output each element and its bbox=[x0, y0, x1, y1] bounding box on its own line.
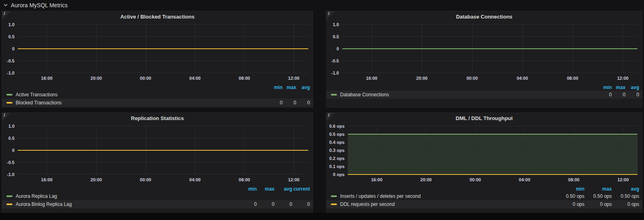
panel-title[interactable]: DML / DDL Throughput bbox=[338, 115, 630, 121]
info-glyph: i bbox=[328, 112, 329, 118]
legend-series-label[interactable]: Database Connections bbox=[340, 92, 389, 98]
plot-area[interactable]: 1.00.50-0.5-1.016:0020:0000:0004:0008:00… bbox=[18, 126, 308, 174]
legend-swatch-icon[interactable] bbox=[6, 94, 12, 95]
legend-stat-value: 0 bbox=[269, 100, 283, 106]
info-glyph: i bbox=[3, 11, 5, 16]
legend-stat-header[interactable]: avg bbox=[625, 85, 639, 90]
legend-series-label[interactable]: DDL requests per second bbox=[340, 201, 395, 207]
y-tick-label: 0 bbox=[336, 46, 339, 51]
info-glyph: i bbox=[328, 11, 329, 16]
legend-swatch-icon[interactable] bbox=[331, 195, 337, 197]
legend-stat-header[interactable]: max bbox=[283, 85, 296, 90]
gridline-h bbox=[342, 24, 638, 25]
row-header-aurora-mysql-metrics[interactable]: Aurora MySQL Metrics bbox=[0, 0, 644, 10]
y-tick-label: 1.0 bbox=[333, 22, 339, 27]
series-line-1 bbox=[18, 150, 308, 151]
legend-stat-value: 0 bbox=[283, 100, 296, 106]
panel-title[interactable]: Database Connections bbox=[338, 14, 630, 20]
legend-stat-value: 0 bbox=[598, 92, 612, 98]
y-tick-label: 0.5 bbox=[333, 34, 339, 39]
x-tick-label: 08:00 bbox=[568, 177, 580, 182]
legend-series-label[interactable]: Active Transactions bbox=[16, 92, 58, 98]
legend-series-label[interactable]: Blocked Transactions bbox=[16, 100, 62, 106]
legend-stat-header[interactable]: avg bbox=[612, 186, 639, 192]
y-tick-label: 0.5 bbox=[8, 34, 14, 39]
gridline-h bbox=[348, 142, 638, 142]
legend-stat-header[interactable]: max bbox=[612, 85, 625, 90]
legend-stat-header[interactable]: min bbox=[269, 85, 283, 90]
panel-title[interactable]: Active / Blocked Transactions bbox=[14, 14, 301, 20]
info-icon[interactable]: i bbox=[2, 11, 11, 21]
gridline-h bbox=[18, 162, 308, 162]
series-line-1 bbox=[18, 48, 308, 49]
legend-row: Active Transactions bbox=[2, 91, 313, 99]
y-tick-label: 0.5 bbox=[8, 136, 14, 141]
y-tick-label: -1.0 bbox=[331, 71, 339, 75]
gridline-h bbox=[348, 158, 638, 158]
legend-stat-header[interactable]: avg bbox=[275, 186, 292, 192]
legend-stat-header[interactable]: min bbox=[598, 85, 612, 90]
legend: minmaxavgInserts / updates / deletes per… bbox=[326, 185, 642, 208]
legend-stat-value: 0 bbox=[625, 92, 639, 98]
x-tick-label: 20:00 bbox=[91, 177, 102, 182]
legend-series-label[interactable]: Aurora Replica Lag bbox=[16, 193, 57, 199]
x-tick-label: 04:00 bbox=[517, 76, 528, 81]
gridline-h bbox=[342, 36, 638, 37]
y-tick-label: -1.0 bbox=[7, 71, 14, 75]
x-tick-label: 00:00 bbox=[470, 177, 481, 182]
y-tick-label: -1.0 bbox=[7, 172, 14, 177]
legend-stat-header[interactable]: max bbox=[584, 186, 612, 192]
x-tick-label: 16:00 bbox=[366, 76, 377, 81]
info-icon[interactable]: i bbox=[326, 112, 336, 122]
x-tick-label: 00:00 bbox=[466, 76, 478, 81]
legend-swatch-icon[interactable] bbox=[6, 203, 12, 205]
y-tick-label: 0 ops bbox=[333, 172, 345, 177]
x-tick-label: 12:00 bbox=[288, 177, 299, 182]
info-icon[interactable]: i bbox=[326, 11, 336, 21]
gridline-h bbox=[348, 166, 638, 166]
legend-row: Aurora Replica Lag bbox=[2, 192, 313, 200]
legend-header-row: minmaxavg bbox=[2, 84, 313, 91]
x-tick-label: 20:00 bbox=[416, 76, 427, 81]
series-line-0 bbox=[342, 48, 638, 49]
x-tick-label: 00:00 bbox=[140, 76, 151, 81]
x-tick-label: 16:00 bbox=[41, 76, 52, 81]
gridline-h bbox=[18, 138, 308, 138]
legend-swatch-icon[interactable] bbox=[331, 94, 337, 95]
y-tick-label: -0.5 bbox=[331, 58, 339, 63]
plot-area[interactable]: 0.6 ops0.5 ops0.4 ops0.3 ops0.2 ops0.1 o… bbox=[348, 126, 638, 174]
y-tick-label: -0.5 bbox=[7, 160, 14, 165]
legend-stat-header[interactable]: max bbox=[257, 186, 275, 192]
info-icon[interactable]: i bbox=[2, 112, 11, 122]
legend-series-label[interactable]: Aurora Binlog Replica Lag bbox=[16, 201, 72, 207]
legend-stat-value: 0 bbox=[612, 92, 625, 98]
legend-swatch-icon[interactable] bbox=[6, 195, 12, 197]
plot-area[interactable]: 1.00.50-0.5-1.016:0020:0000:0004:0008:00… bbox=[342, 25, 638, 73]
chevron-down-icon bbox=[3, 3, 8, 8]
legend-row: Database Connections000 bbox=[326, 91, 642, 99]
x-tick-label: 00:00 bbox=[140, 177, 151, 182]
gridline-h bbox=[18, 36, 308, 37]
legend-swatch-icon[interactable] bbox=[331, 203, 337, 205]
panel-title[interactable]: Replication Statistics bbox=[14, 115, 301, 121]
legend-stat-header[interactable]: min bbox=[239, 186, 257, 192]
legend-series-label[interactable]: Inserts / updates / deletes per second bbox=[340, 193, 421, 199]
legend-stat-value: 0 bbox=[257, 201, 275, 207]
row-header-title: Aurora MySQL Metrics bbox=[11, 2, 68, 8]
y-tick-label: 1.0 bbox=[8, 124, 14, 129]
legend-row: Aurora Binlog Replica Lag0000 bbox=[2, 200, 313, 208]
legend-swatch-icon[interactable] bbox=[6, 102, 12, 104]
y-tick-label: 0.1 ops bbox=[329, 164, 345, 169]
legend-stat-header[interactable]: avg bbox=[296, 85, 310, 90]
legend-stat-value: 0 bbox=[275, 201, 292, 207]
gridline-h bbox=[342, 60, 638, 61]
x-tick-label: 12:00 bbox=[617, 76, 628, 81]
legend-stat-header[interactable]: current bbox=[292, 186, 310, 192]
legend-stat-header[interactable]: min bbox=[557, 186, 584, 192]
y-tick-label: 0.6 ops bbox=[329, 124, 345, 129]
y-tick-label: 0 bbox=[12, 46, 14, 51]
y-tick-label: -0.5 bbox=[7, 58, 14, 63]
plot-area[interactable]: 1.00.50-0.5-1.016:0020:0000:0004:0008:00… bbox=[18, 25, 308, 73]
info-glyph: i bbox=[3, 112, 5, 118]
gridline-h bbox=[18, 24, 308, 25]
